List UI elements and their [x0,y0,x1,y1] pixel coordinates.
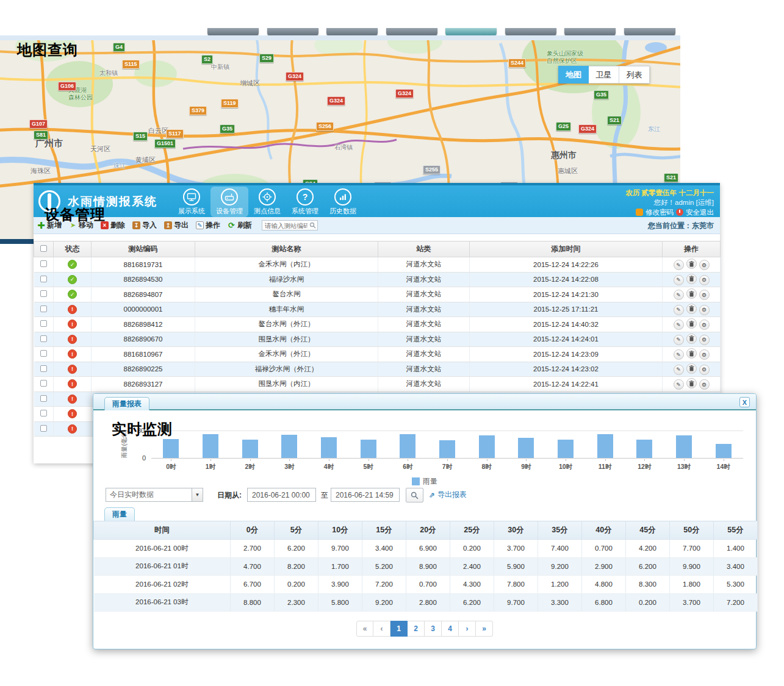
toolbar-button-operate[interactable]: ✎操作 [196,220,220,230]
row-checkbox[interactable] [40,380,47,387]
bar-6时 [400,434,415,458]
cell-name: 鳌台水闸（外江） [195,317,378,332]
page-button-1[interactable]: 1 [390,621,408,637]
plot-area: 0时1时2时3时4时5时6时7时8时9时10时11时12时13时14时 [151,431,743,459]
export-report-link[interactable]: ⇗ 导出报表 [429,490,467,500]
delete-icon[interactable] [686,378,697,388]
settings-icon[interactable]: ⚙ [699,275,710,285]
cell-time: 2015-12-24 14:23:09 [470,347,663,362]
data-mode-dropdown[interactable]: 今日实时数据 ▼ [106,488,203,502]
delete-icon[interactable] [686,274,697,284]
cell-code: 8826890225 [92,362,195,377]
chevron-down-icon[interactable]: ▼ [192,488,203,501]
row-checkbox[interactable] [40,395,47,402]
cell-name: 鳌台水闸 [195,287,378,302]
settings-icon[interactable]: ⚙ [699,260,710,270]
page-button-›[interactable]: › [459,621,476,637]
row-checkbox[interactable] [40,320,47,327]
road-shield: S256 [316,122,334,131]
map-view-button-列表[interactable]: 列表 [619,66,650,84]
import-icon: ↧ [132,221,140,229]
status-badge: ! [68,365,77,374]
page-button-«[interactable]: « [356,621,373,637]
delete-icon[interactable] [686,318,697,329]
table-row: !8826898412鳌台水闸（外江）河道水文站2015-12-24 14:40… [34,317,721,332]
nav-item-display[interactable]: 展示系统 [173,187,210,217]
tab-rainfall[interactable]: 雨量 [104,507,135,521]
settings-icon[interactable]: ⚙ [699,305,710,315]
page-button-»[interactable]: » [476,621,493,637]
edit-icon[interactable]: ✎ [674,320,684,330]
map-place-label: 石湾镇 [334,144,353,151]
change-password-link[interactable]: 修改密码 [646,207,674,217]
map-view-button-卫星[interactable]: 卫星 [589,66,619,84]
page-button-4[interactable]: 4 [442,621,459,637]
delete-icon[interactable] [686,334,697,344]
road-shield: G107 [29,120,48,129]
toolbar-button-export[interactable]: ↥导出 [164,220,189,230]
query-button[interactable] [406,488,423,502]
nav-item-target[interactable]: 测点信息 [248,187,286,217]
row-checkbox[interactable] [40,335,47,342]
edit-icon[interactable]: ✎ [674,335,684,345]
road-shield: S15 [133,132,148,141]
road-shield: S21 [607,116,622,125]
settings-icon[interactable]: ⚙ [699,365,710,375]
date-from-input[interactable] [247,488,316,502]
row-checkbox[interactable] [40,305,47,312]
nav-item-history[interactable]: 历史数据 [324,187,362,217]
logout-link[interactable]: 安全退出 [686,207,714,217]
edit-icon[interactable]: ✎ [674,275,684,285]
row-checkbox[interactable] [40,410,47,416]
bar-4时 [321,437,337,458]
page-button-‹[interactable]: ‹ [373,621,390,637]
delete-icon[interactable] [686,348,697,359]
select-all-checkbox[interactable] [40,245,47,252]
search-icon[interactable] [309,222,316,229]
delete-icon[interactable] [686,288,697,299]
settings-icon[interactable]: ⚙ [699,320,710,330]
edit-icon[interactable]: ✎ [674,349,684,360]
cell-code: 8826893127 [92,377,195,392]
edit-icon[interactable]: ✎ [674,260,684,270]
nav-item-question[interactable]: ?系统管理 [286,187,324,217]
map-view-button-地图[interactable]: 地图 [558,66,589,84]
cell-value: 6.900 [406,540,450,558]
row-checkbox[interactable] [40,425,47,432]
delete-icon[interactable] [686,304,697,314]
cell-value: 3.300 [538,593,582,612]
cell-code: 8816810967 [92,347,195,362]
map-place-label: 惠城区 [558,167,578,175]
edit-icon[interactable]: ✎ [674,379,684,390]
edit-icon[interactable]: ✎ [674,305,684,315]
close-icon[interactable]: X [739,397,750,407]
row-checkbox[interactable] [40,260,47,267]
edit-icon[interactable]: ✎ [674,290,684,300]
cell-value: 7.800 [494,576,538,594]
toolbar-button-import[interactable]: ↧导入 [132,220,157,230]
export-icon: ⇗ [429,491,435,499]
table-row: !8826893127围垦水闸（内江）河道水文站2015-12-24 14:22… [34,377,721,392]
cell-value: 4.300 [450,576,494,594]
settings-icon[interactable]: ⚙ [699,335,710,345]
cell-value: 3.700 [670,593,714,612]
tab-rainfall-report[interactable]: 雨量报表 [104,397,149,410]
delete-icon[interactable] [686,259,697,269]
date-to-input[interactable] [331,488,400,502]
page-button-2[interactable]: 2 [408,621,425,637]
settings-icon[interactable]: ⚙ [699,379,710,390]
toolbar-button-refresh[interactable]: ⟳刷新 [228,220,252,230]
col-minute: 20分 [406,521,450,540]
settings-icon[interactable]: ⚙ [699,349,710,360]
delete-icon[interactable] [686,363,697,374]
settings-icon[interactable]: ⚙ [699,290,710,300]
page-button-3[interactable]: 3 [425,621,442,637]
nav-item-device[interactable]: 设备管理 [210,187,248,217]
row-checkbox[interactable] [40,365,47,372]
row-checkbox[interactable] [40,290,47,297]
edit-icon[interactable]: ✎ [674,365,684,375]
row-checkbox[interactable] [40,350,47,357]
row-checkbox[interactable] [40,276,47,282]
map-place-label: 黄埔区 [135,156,156,164]
cell-type: 河道水文站 [378,287,470,302]
